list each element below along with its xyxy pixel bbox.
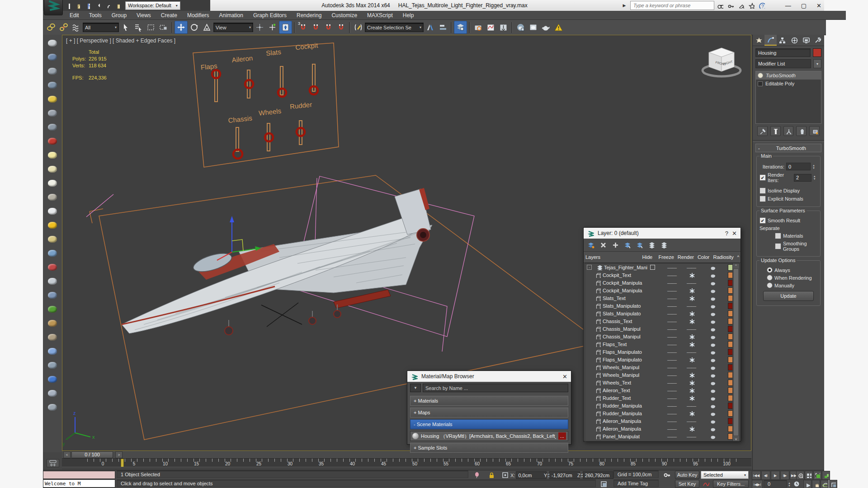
save-file-button[interactable] (84, 1, 93, 9)
layer-row[interactable]: - Panel_Manipulat —— —— (585, 432, 739, 440)
freeze-all-layers-button[interactable] (660, 241, 668, 249)
spinner-snap-toggle[interactable] (335, 21, 347, 33)
select-and-scale-button[interactable] (201, 21, 213, 33)
hide-toggle[interactable]: —— (667, 319, 676, 324)
layer-row[interactable]: - Wheels_Text —— —— (585, 379, 739, 386)
layer-name[interactable]: Flaps_Manipulato (603, 349, 642, 355)
menu-item[interactable]: Animation (214, 12, 248, 19)
render-teapot-icon[interactable] (709, 380, 715, 385)
hide-toggle[interactable]: —— (667, 303, 676, 309)
toolbox-button[interactable] (472, 21, 484, 33)
layer-row[interactable]: - Aileron_Text —— —— (585, 386, 739, 394)
capsule-icon[interactable] (46, 261, 59, 274)
edit-named-selection-sets-button[interactable] (352, 21, 364, 33)
layer-row[interactable]: - Chassis_Text —— —— (585, 317, 739, 325)
zoom-extents-all-icon[interactable] (822, 471, 830, 480)
schematic-view-button[interactable] (497, 21, 509, 33)
layer-row[interactable]: - Flaps_Text —— —— (585, 340, 739, 348)
update-button[interactable]: Update (763, 291, 814, 301)
go-to-start-button[interactable]: I◀◀ (752, 471, 761, 480)
configure-modifier-sets-button[interactable] (809, 126, 820, 136)
freeze-toggle[interactable]: —— (687, 303, 696, 309)
search-by-name-input[interactable]: Search by Name ... (423, 384, 568, 392)
layer-row[interactable]: - Aileron_Manipula —— —— (585, 417, 739, 425)
time-tag-icon[interactable] (598, 479, 608, 488)
hide-toggle[interactable]: —— (667, 434, 676, 439)
layer-name[interactable]: Wheels_Text (603, 380, 631, 385)
collapse-icon[interactable]: - (587, 265, 592, 270)
rudder-slider-knob[interactable] (297, 128, 305, 136)
hide-toggle[interactable]: —— (667, 296, 676, 301)
angle-snap-toggle[interactable] (310, 21, 322, 33)
keyboard-shortcut-override-toggle[interactable] (279, 21, 292, 34)
slats-slider-knob[interactable] (278, 89, 286, 97)
frozen-snowflake-icon[interactable] (689, 310, 694, 316)
timeline-ruler[interactable]: 0510152025303540455055606570758085909510… (62, 458, 751, 467)
align-button[interactable] (437, 21, 449, 33)
render-teapot-icon[interactable] (709, 287, 715, 293)
object-name-field[interactable]: Housing (755, 48, 811, 57)
frozen-snowflake-icon[interactable] (689, 333, 694, 339)
iterations-spinner[interactable]: ▲▼ (812, 163, 817, 170)
percent-snap-toggle[interactable] (322, 21, 335, 33)
favorites-icon[interactable] (747, 1, 756, 9)
maximize-viewport-icon[interactable] (829, 480, 837, 488)
chevron-down-icon[interactable]: ▾ (813, 59, 821, 68)
render-teapot-icon[interactable] (709, 326, 715, 332)
materials-checkbox[interactable]: ✔ (775, 233, 781, 239)
select-and-manipulate-button[interactable] (266, 21, 278, 33)
material-browser-titlebar[interactable]: Material/Map Browser ✕ (407, 371, 571, 382)
next-frame-button[interactable]: > (115, 451, 123, 458)
render-dialog-icon[interactable] (46, 65, 59, 78)
sand-dome-icon[interactable] (46, 233, 59, 246)
render-teapot-icon[interactable] (709, 372, 715, 378)
disc-primitive-icon[interactable] (46, 177, 59, 190)
hide-all-layers-button[interactable] (648, 241, 656, 249)
frozen-snowflake-icon[interactable] (689, 295, 694, 301)
layer-name[interactable]: Aileron_Text (603, 388, 630, 393)
set-key-button[interactable]: Set Key (675, 480, 699, 488)
turbosmooth-rollout-header[interactable]: - TurboSmooth (755, 144, 821, 152)
plane-primitive-icon[interactable] (46, 149, 59, 162)
lightbulb-icon[interactable] (758, 73, 763, 78)
select-and-rotate-button[interactable] (188, 21, 200, 33)
minimize-button[interactable]: — (785, 2, 791, 9)
layer-name[interactable]: Cockpit_Manipula (603, 280, 642, 286)
isoline-display-checkbox[interactable]: ✔ (760, 188, 766, 194)
search-icon[interactable] (716, 1, 725, 9)
zoom-all-icon[interactable] (805, 471, 813, 480)
layer-name[interactable]: Slats_Manipulato (603, 311, 641, 316)
selection-lock-icon[interactable] (486, 470, 496, 479)
menu-item[interactable]: Tools (84, 12, 107, 19)
material-dialog-icon[interactable] (46, 359, 59, 372)
key-mode-toggle[interactable]: I◀▶I (752, 480, 763, 488)
menu-item[interactable]: Views (132, 12, 156, 19)
add-time-tag-field[interactable]: Add Time Tag (613, 479, 659, 487)
hide-toggle[interactable]: —— (667, 418, 676, 424)
render-teapot-icon[interactable] (709, 341, 715, 347)
current-frame-field[interactable]: 0 (764, 480, 787, 488)
hide-toggle[interactable]: —— (667, 326, 676, 332)
slats-slider-track[interactable] (280, 66, 283, 95)
matte-sphere-icon[interactable] (46, 373, 59, 386)
frozen-snowflake-icon[interactable] (689, 357, 694, 362)
render-teapot-icon[interactable] (709, 418, 715, 424)
z-coordinate[interactable]: Z: 260,792cm ▲▼ (577, 471, 619, 479)
render-teapot-icon[interactable] (709, 303, 715, 309)
cockpit-slider-knob[interactable] (310, 86, 318, 94)
time-slider-grip[interactable]: 0 / 100 (71, 451, 113, 458)
select-object-button[interactable] (119, 21, 132, 33)
layer-row[interactable]: - Wheels_Manipul —— —— (585, 363, 739, 371)
tab-utilities[interactable] (812, 35, 824, 46)
render-teapot-icon[interactable] (709, 387, 715, 393)
layer-name[interactable]: Chassis_Manipul (603, 334, 641, 339)
use-pivot-point-button[interactable] (254, 21, 266, 33)
key-filters-button[interactable]: Key Filters... (713, 480, 749, 488)
named-selection-sets-dropdown[interactable]: Create Selection Se▾ (365, 23, 424, 32)
render-teapot-icon[interactable] (709, 403, 715, 408)
light-lister-icon[interactable] (46, 93, 59, 106)
chassis-slider-track[interactable] (236, 127, 239, 151)
stereo-glasses-icon[interactable] (46, 135, 59, 148)
layer-name[interactable]: Flaps_Text (603, 342, 627, 347)
explicit-normals-checkbox[interactable]: ✔ (760, 196, 766, 202)
